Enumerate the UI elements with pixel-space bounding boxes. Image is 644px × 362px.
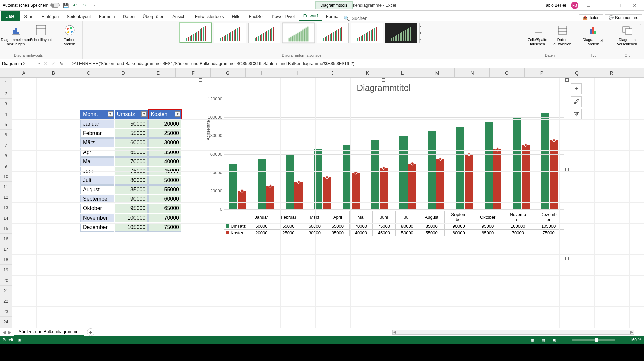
insert-function-icon[interactable]: fx (57, 61, 65, 66)
table-row[interactable]: Dezember10500075000 (80, 223, 181, 232)
table-row[interactable]: Juli8000050000 (80, 176, 181, 185)
maximize-icon[interactable]: □ (614, 1, 625, 9)
zoom-in-icon[interactable]: + (620, 338, 625, 342)
zoom-slider[interactable] (572, 339, 615, 341)
tab-view[interactable]: Ansicht (168, 12, 191, 21)
row-header[interactable]: 9 (0, 161, 12, 171)
row-header[interactable]: 24 (0, 317, 12, 327)
chart-filters-button[interactable]: ⧩ (571, 109, 582, 120)
comments-button[interactable]: 💬 Kommentare (605, 14, 642, 21)
chart-style-thumb[interactable] (351, 23, 383, 43)
col-header[interactable]: C (71, 68, 106, 77)
resize-handle[interactable] (382, 78, 385, 82)
ribbon-display-icon[interactable]: ▭ (583, 1, 594, 9)
table-row[interactable]: Oktober9500065000 (80, 204, 181, 213)
row-header[interactable]: 3 (0, 99, 12, 109)
bar-umsatz[interactable] (343, 145, 351, 210)
row-header[interactable]: 5 (0, 119, 12, 130)
enter-formula-icon[interactable]: ✓ (49, 61, 57, 66)
bar-kosten[interactable] (493, 149, 501, 209)
tab-review[interactable]: Überprüfen (139, 12, 168, 21)
bar-kosten[interactable] (380, 168, 388, 209)
col-header[interactable]: L (385, 68, 420, 77)
col-header[interactable]: G (211, 68, 246, 77)
tab-start[interactable]: Start (20, 12, 37, 21)
table-row[interactable]: März6000030000 (80, 138, 181, 147)
quick-layout-button[interactable]: Schnelllayout (30, 23, 52, 46)
chart-elements-button[interactable]: + (571, 83, 582, 94)
row-header[interactable]: 8 (0, 150, 12, 161)
formula-input[interactable]: =DATENREIHE('Säulen- und Balkendiagramme… (65, 60, 644, 67)
table-row[interactable]: Mai7000040000 (80, 157, 181, 166)
tab-data[interactable]: Daten (119, 12, 139, 21)
filter-dropdown-icon[interactable]: ▼ (141, 111, 147, 117)
tab-page-layout[interactable]: Seitenlayout (63, 12, 95, 21)
row-header[interactable]: 2 (0, 88, 12, 99)
cancel-formula-icon[interactable]: ✕ (41, 61, 49, 66)
table-header-monat[interactable]: Monat▼ (80, 110, 114, 119)
legend-entry[interactable]: Kosten (224, 230, 249, 236)
table-header-umsatz[interactable]: Umsatz▼ (115, 110, 148, 119)
row-header[interactable]: 23 (0, 306, 12, 317)
sheet-nav-next-icon[interactable]: ▶ (8, 329, 11, 335)
table-row[interactable]: Juni7500045000 (80, 167, 181, 175)
autosave-toggle[interactable]: Automatisches Speichern (3, 3, 60, 8)
row-header[interactable]: 16 (0, 234, 12, 244)
zoom-out-icon[interactable]: − (562, 338, 567, 342)
row-header[interactable]: 21 (0, 286, 12, 296)
resize-handle[interactable] (199, 257, 202, 260)
save-icon[interactable]: 💾 (62, 2, 69, 9)
minimize-icon[interactable]: — (598, 1, 609, 9)
row-header[interactable]: 10 (0, 171, 12, 182)
row-header[interactable]: 20 (0, 275, 12, 286)
add-chart-element-button[interactable]: Diagrammelement hinzufügen (5, 23, 28, 46)
bar-umsatz[interactable] (513, 117, 521, 209)
chart-style-thumb[interactable] (248, 23, 280, 43)
row-header[interactable]: 17 (0, 244, 12, 254)
col-header[interactable]: D (106, 68, 141, 77)
resize-handle[interactable] (199, 168, 202, 171)
bar-umsatz[interactable] (428, 131, 436, 209)
chart-styles-gallery[interactable]: ▴▾≡ (180, 23, 426, 43)
row-header[interactable]: 15 (0, 223, 12, 234)
row-header[interactable]: 22 (0, 296, 12, 306)
col-header[interactable]: M (420, 68, 455, 77)
name-box-dropdown-icon[interactable]: ▾ (37, 62, 41, 65)
col-header[interactable]: P (525, 68, 559, 77)
gallery-more-icon[interactable]: ▴▾≡ (419, 23, 426, 43)
resize-handle[interactable] (565, 78, 569, 82)
view-page-break-icon[interactable]: ▣ (551, 338, 557, 342)
col-header[interactable]: N (455, 68, 490, 77)
resize-handle[interactable] (565, 168, 569, 171)
chart-object[interactable]: Diagrammtitel Achsentitel 02000040000600… (200, 80, 567, 259)
sheet-nav-prev-icon[interactable]: ◀ (3, 329, 6, 335)
chart-data-table[interactable]: JanuarFebruarMärzAprilMaiJuniJuliAugustS… (224, 211, 564, 236)
table-row[interactable]: Februar5500025000 (80, 129, 181, 138)
bar-kosten[interactable] (323, 177, 331, 209)
bar-kosten[interactable] (266, 186, 274, 209)
change-chart-type-button[interactable]: Diagrammtyp ändern (582, 23, 605, 46)
share-button[interactable]: 📤 Teilen (579, 14, 603, 21)
redo-icon[interactable]: ↷ (81, 2, 88, 9)
col-header[interactable]: O (490, 68, 525, 77)
row-header[interactable]: 4 (0, 109, 12, 119)
row-header[interactable]: 6 (0, 130, 12, 140)
filter-dropdown-icon[interactable]: ▼ (108, 111, 113, 117)
bar-umsatz[interactable] (258, 159, 266, 209)
bar-kosten[interactable] (436, 159, 444, 209)
chart-styles-button[interactable]: 🖌 (571, 96, 582, 107)
bar-kosten[interactable] (238, 191, 246, 209)
move-chart-button[interactable]: Diagramm verschieben (616, 23, 639, 46)
bar-kosten[interactable] (294, 182, 303, 210)
sheet-tab[interactable]: Säulen- und Balkendiagramme (14, 328, 84, 336)
column-headers[interactable]: ABCDEFGHIJKLMNOPQR (12, 68, 644, 78)
resize-handle[interactable] (382, 257, 385, 260)
table-header-kosten[interactable]: Kosten▼ (148, 110, 181, 119)
chart-style-thumb[interactable] (214, 23, 246, 43)
resize-handle[interactable] (199, 78, 202, 82)
row-header[interactable]: 13 (0, 202, 12, 213)
row-header[interactable]: 19 (0, 265, 12, 275)
undo-icon[interactable]: ↶ (72, 2, 78, 9)
add-sheet-button[interactable]: + (87, 328, 94, 336)
tab-formulas[interactable]: Formeln (95, 12, 119, 21)
